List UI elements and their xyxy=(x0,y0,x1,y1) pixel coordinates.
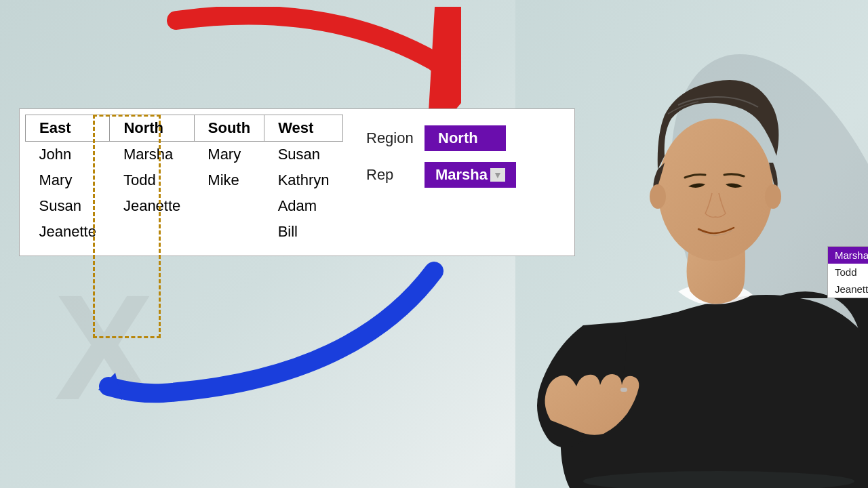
region-label: Region xyxy=(366,129,414,147)
data-table: East North South West John Marsha Mary S… xyxy=(25,115,343,245)
cell-east-4: Jeanette xyxy=(26,219,110,245)
col-header-south: South xyxy=(194,115,264,142)
cell-north-3: Jeanette xyxy=(110,193,194,219)
col-header-west: West xyxy=(264,115,343,142)
rep-row: Rep Marsha ▼ xyxy=(366,162,516,188)
cell-south-4 xyxy=(194,219,264,245)
cell-west-1: Susan xyxy=(264,142,343,168)
cell-east-1: John xyxy=(26,142,110,168)
svg-point-3 xyxy=(658,119,773,261)
col-header-north: North xyxy=(110,115,194,142)
rep-value-text: Marsha xyxy=(435,166,488,184)
rep-value[interactable]: Marsha ▼ xyxy=(425,162,516,188)
cell-west-2: Kathryn xyxy=(264,167,343,193)
cell-west-4: Bill xyxy=(264,219,343,245)
region-row: Region North xyxy=(366,125,516,151)
dropdown-list: Marsha Todd Jeanette xyxy=(827,246,868,298)
svg-point-4 xyxy=(650,184,666,209)
dropdown-item-todd[interactable]: Todd xyxy=(828,264,868,281)
cell-south-2: Mike xyxy=(194,167,264,193)
controls-area: Region North Rep Marsha ▼ Marsha Todd Je… xyxy=(366,125,516,199)
table-row: Mary Todd Mike Kathryn xyxy=(26,167,343,193)
cell-south-1: Mary xyxy=(194,142,264,168)
table-row: Susan Jeanette Adam xyxy=(26,193,343,219)
cell-north-2: Todd xyxy=(110,167,194,193)
region-value[interactable]: North xyxy=(425,125,506,151)
table-row: John Marsha Mary Susan xyxy=(26,142,343,168)
dropdown-item-marsha[interactable]: Marsha xyxy=(828,247,868,264)
x-watermark: X xyxy=(54,262,154,434)
cell-west-3: Adam xyxy=(264,193,343,219)
dropdown-item-jeanette[interactable]: Jeanette xyxy=(828,281,868,298)
svg-rect-2 xyxy=(620,388,627,392)
col-header-east: East xyxy=(26,115,110,142)
table-row: Jeanette Bill xyxy=(26,219,343,245)
rep-label: Rep xyxy=(366,166,414,184)
svg-point-5 xyxy=(765,184,781,209)
cell-east-3: Susan xyxy=(26,193,110,219)
dropdown-arrow-icon[interactable]: ▼ xyxy=(490,168,505,182)
cell-south-3 xyxy=(194,193,264,219)
cell-north-1: Marsha xyxy=(110,142,194,168)
cell-north-4 xyxy=(110,219,194,245)
cell-east-2: Mary xyxy=(26,167,110,193)
